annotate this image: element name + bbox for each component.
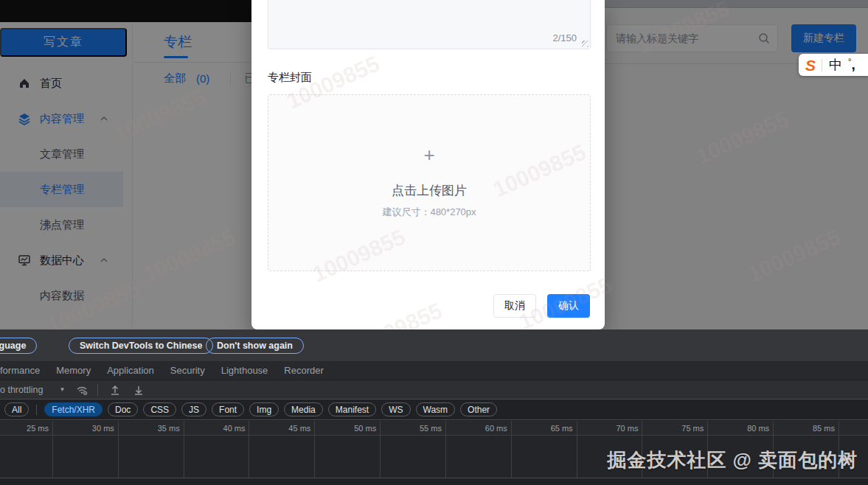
- upload-hint: 建议尺寸：480*270px: [268, 206, 590, 219]
- ime-separator: [822, 59, 822, 71]
- filter-wasm[interactable]: Wasm: [416, 402, 456, 416]
- devtools-tab-recorder[interactable]: Recorder: [284, 365, 323, 376]
- timeline-gridline: [249, 421, 249, 485]
- timeline-tick-label: 75 ms: [645, 424, 704, 433]
- devtools-tabs: formanceMemoryApplicationSecurityLightho…: [0, 361, 868, 380]
- export-har-icon[interactable]: [132, 383, 145, 397]
- infobar-button[interactable]: Switch DevTools to Chinese: [69, 338, 213, 354]
- devtools-infobar: me's languageSwitch DevTools to ChineseD…: [0, 329, 868, 361]
- filter-fetch-xhr[interactable]: Fetch/XHR: [44, 402, 103, 416]
- infobar-button[interactable]: Don't show again: [206, 338, 304, 354]
- filter-separator: [36, 405, 37, 415]
- timeline-tick-label: 70 ms: [579, 424, 638, 433]
- network-toolbar: o throttling ▼: [0, 380, 868, 399]
- devtools-tab-security[interactable]: Security: [170, 365, 205, 376]
- create-column-modal: 2/150 专栏封面 + 点击上传图片 建议尺寸：480*270px 取消 确认: [251, 0, 605, 329]
- filter-css[interactable]: CSS: [143, 402, 176, 416]
- cover-upload-area[interactable]: + 点击上传图片 建议尺寸：480*270px: [268, 94, 591, 271]
- timeline-gridline: [118, 421, 119, 485]
- modal-footer: 取消 确认: [493, 294, 590, 318]
- filter-other[interactable]: Other: [460, 402, 497, 416]
- filter-media[interactable]: Media: [284, 402, 323, 416]
- filter-all[interactable]: All: [4, 402, 29, 416]
- filter-ws[interactable]: WS: [381, 402, 410, 416]
- column-description-textarea[interactable]: 2/150: [268, 0, 591, 49]
- timeline-tick-label: 40 ms: [186, 424, 245, 433]
- ime-chinese-mode[interactable]: 中: [829, 56, 842, 74]
- devtools-bottom-strip: [0, 478, 868, 485]
- timeline-tick-label: 30 ms: [55, 424, 114, 433]
- timeline-gridline: [380, 421, 381, 485]
- ime-statusbar[interactable]: S 中 °,: [799, 54, 868, 76]
- character-counter: 2/150: [552, 32, 577, 43]
- devtools-panel: me's languageSwitch DevTools to ChineseD…: [0, 329, 868, 485]
- devtools-tab-lighthouse[interactable]: Lighthouse: [221, 365, 268, 376]
- import-har-icon[interactable]: [108, 383, 122, 397]
- page-watermark: 掘金技术社区 @ 卖面包的树: [607, 447, 858, 473]
- timeline-tick-label: 85 ms: [776, 424, 835, 433]
- filter-js[interactable]: JS: [181, 402, 206, 416]
- sogou-logo-icon: S: [805, 57, 816, 73]
- timeline-tick-label: 35 ms: [121, 424, 180, 433]
- network-filter-bar: All Fetch/XHRDocCSSJSFontImgMediaManifes…: [0, 399, 868, 420]
- timeline-gridline: [314, 421, 315, 485]
- devtools-tab-application[interactable]: Application: [107, 365, 154, 376]
- devtools-tab-formance[interactable]: formance: [0, 365, 40, 376]
- throttling-caret-icon[interactable]: ▼: [59, 386, 65, 393]
- timeline-tick-label: 80 ms: [710, 424, 769, 433]
- throttling-select[interactable]: o throttling: [0, 385, 43, 395]
- upload-title: 点击上传图片: [268, 182, 590, 199]
- timeline-tick-label: 25 ms: [0, 424, 49, 433]
- infobar-button[interactable]: me's language: [0, 338, 37, 354]
- filter-manifest[interactable]: Manifest: [328, 402, 376, 416]
- network-conditions-icon[interactable]: [75, 383, 88, 397]
- timeline-tick-label: 45 ms: [251, 424, 310, 433]
- filter-doc[interactable]: Doc: [108, 402, 138, 416]
- plus-icon: +: [268, 144, 590, 167]
- filter-img[interactable]: Img: [249, 402, 279, 416]
- timeline-tick-label: 55 ms: [383, 424, 442, 433]
- timeline-gridline: [511, 421, 512, 485]
- timeline-tick-label: 65 ms: [514, 424, 573, 433]
- timeline-gridline: [52, 421, 53, 485]
- timeline-gridline: [184, 421, 184, 485]
- timeline-tick-label: 50 ms: [317, 424, 376, 433]
- devtools-tab-memory[interactable]: Memory: [56, 365, 91, 376]
- confirm-button[interactable]: 确认: [547, 294, 590, 318]
- cover-label: 专栏封面: [268, 71, 312, 85]
- screen: 写文章 首页内容管理文章管理专栏管理沸点管理数据中心内容数据 专栏 全部 (0)…: [0, 0, 868, 485]
- textarea-resize-handle[interactable]: [582, 41, 588, 47]
- ime-punctuation-toggle[interactable]: °,: [848, 57, 855, 73]
- timeline-gridline: [577, 421, 577, 485]
- filter-font[interactable]: Font: [212, 402, 244, 416]
- toolbar-separator: [97, 384, 98, 396]
- timeline-gridline: [445, 421, 446, 485]
- timeline-tick-label: 60 ms: [448, 424, 507, 433]
- cancel-button[interactable]: 取消: [493, 294, 536, 318]
